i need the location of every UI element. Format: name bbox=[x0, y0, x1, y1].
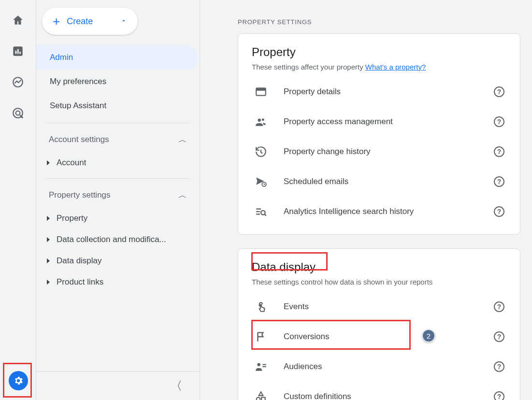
svg-rect-3 bbox=[19, 52, 21, 54]
row-search-history[interactable]: Analytics Intelligence search history ? bbox=[252, 197, 506, 227]
help-icon[interactable]: ? bbox=[494, 206, 504, 217]
property-card: Property These settings affect your prop… bbox=[238, 33, 520, 235]
nav-setup-assistant[interactable]: Setup Assistant bbox=[36, 94, 198, 118]
home-icon[interactable] bbox=[11, 14, 25, 27]
svg-marker-21 bbox=[259, 392, 263, 396]
svg-point-10 bbox=[258, 119, 261, 122]
history-icon bbox=[254, 144, 268, 159]
section-property-label: Property settings bbox=[49, 190, 111, 200]
row-audiences[interactable]: Audiences ? bbox=[252, 352, 506, 382]
arrow-right-icon bbox=[47, 160, 50, 165]
data-display-desc: These settings control how data is shown… bbox=[252, 278, 506, 286]
nav-my-preferences[interactable]: My preferences bbox=[36, 70, 198, 94]
row-events[interactable]: Events ? bbox=[252, 292, 506, 322]
whats-a-property-link[interactable]: What's a property? bbox=[365, 63, 426, 71]
chevron-up-icon: ︿ bbox=[178, 134, 187, 145]
svg-point-11 bbox=[262, 118, 264, 121]
send-clock-icon bbox=[254, 174, 268, 189]
arrow-right-icon bbox=[47, 216, 50, 221]
property-card-desc: These settings affect your property What… bbox=[252, 63, 506, 71]
svg-rect-23 bbox=[261, 398, 265, 400]
annotation-badge-2: 2 bbox=[422, 329, 435, 343]
sub-account-label: Account bbox=[57, 158, 86, 168]
section-account-label: Account settings bbox=[49, 135, 109, 144]
help-icon[interactable]: ? bbox=[494, 146, 504, 157]
row-label: Events bbox=[284, 302, 478, 312]
row-label: Audiences bbox=[284, 362, 478, 371]
property-card-title: Property bbox=[252, 45, 506, 59]
help-icon[interactable]: ? bbox=[494, 331, 504, 342]
arrow-right-icon bbox=[47, 258, 50, 263]
icon-rail bbox=[0, 0, 36, 400]
arrow-right-icon bbox=[47, 280, 50, 285]
flag-icon bbox=[254, 329, 268, 344]
sidebar-footer: 〈 bbox=[36, 371, 200, 400]
property-settings-header: PROPERTY SETTINGS bbox=[238, 0, 520, 33]
caret-down-icon bbox=[120, 16, 127, 27]
search-list-icon bbox=[254, 204, 268, 219]
svg-line-17 bbox=[265, 214, 266, 215]
section-property-settings[interactable]: Property settings ︿ bbox=[36, 181, 200, 208]
touch-icon bbox=[254, 300, 268, 314]
row-property-access[interactable]: Property access management ? bbox=[252, 107, 506, 137]
row-conversions[interactable]: Conversions ? bbox=[252, 322, 506, 352]
sub-data-collection-label: Data collection and modifica... bbox=[57, 235, 166, 244]
help-icon[interactable]: ? bbox=[494, 391, 504, 400]
arrow-right-icon bbox=[47, 237, 50, 242]
row-label: Analytics Intelligence search history bbox=[284, 207, 478, 216]
data-display-card: Data display These settings control how … bbox=[238, 248, 520, 400]
collapse-arrow-icon[interactable]: 〈 bbox=[171, 378, 182, 394]
sub-property[interactable]: Property bbox=[36, 208, 200, 229]
person-list-icon bbox=[254, 359, 268, 374]
main-content: PROPERTY SETTINGS Property These setting… bbox=[200, 0, 532, 400]
row-property-details[interactable]: Property details ? bbox=[252, 77, 506, 107]
sub-data-collection[interactable]: Data collection and modifica... bbox=[36, 229, 200, 250]
row-label: Property change history bbox=[284, 147, 478, 157]
help-icon[interactable]: ? bbox=[494, 116, 504, 127]
svg-point-22 bbox=[257, 398, 260, 400]
shapes-icon bbox=[254, 389, 268, 400]
divider bbox=[46, 123, 190, 123]
nav-admin[interactable]: Admin bbox=[36, 45, 198, 70]
sub-data-display[interactable]: Data display bbox=[36, 250, 200, 271]
card-icon bbox=[254, 85, 268, 99]
reports-icon[interactable] bbox=[11, 44, 25, 58]
svg-rect-2 bbox=[17, 49, 19, 54]
plus-icon: + bbox=[53, 15, 60, 28]
sub-product-links[interactable]: Product links bbox=[36, 271, 200, 293]
row-label: Property access management bbox=[284, 117, 478, 127]
section-account-settings[interactable]: Account settings ︿ bbox=[36, 125, 200, 152]
sub-account[interactable]: Account bbox=[36, 152, 200, 173]
row-label: Conversions bbox=[284, 332, 478, 342]
advertising-icon[interactable] bbox=[11, 106, 25, 120]
sub-data-display-label: Data display bbox=[57, 256, 102, 266]
row-label: Scheduled emails bbox=[284, 177, 478, 186]
svg-point-6 bbox=[16, 111, 20, 115]
create-button[interactable]: + Create bbox=[42, 8, 138, 35]
svg-rect-1 bbox=[15, 51, 17, 54]
row-property-history[interactable]: Property change history ? bbox=[252, 137, 506, 167]
row-custom-definitions[interactable]: Custom definitions ? bbox=[252, 382, 506, 400]
data-display-title: Data display bbox=[252, 260, 506, 274]
help-icon[interactable]: ? bbox=[494, 361, 504, 372]
property-desc-text: These settings affect your property bbox=[252, 63, 365, 71]
sub-product-links-label: Product links bbox=[57, 277, 103, 287]
help-icon[interactable]: ? bbox=[494, 86, 504, 97]
create-label: Create bbox=[67, 16, 93, 27]
row-label: Property details bbox=[284, 87, 478, 97]
svg-rect-9 bbox=[256, 88, 266, 90]
svg-point-16 bbox=[261, 211, 265, 215]
explore-icon[interactable] bbox=[11, 75, 25, 89]
people-icon bbox=[254, 114, 268, 129]
sub-property-label: Property bbox=[57, 214, 87, 223]
divider bbox=[46, 178, 190, 179]
svg-point-18 bbox=[257, 363, 260, 366]
row-scheduled-emails[interactable]: Scheduled emails ? bbox=[252, 167, 506, 197]
sidebar: + Create Admin My preferences Setup Assi… bbox=[36, 0, 200, 400]
help-icon[interactable]: ? bbox=[494, 176, 504, 187]
chevron-up-icon: ︿ bbox=[178, 189, 187, 201]
help-icon[interactable]: ? bbox=[494, 301, 504, 312]
admin-gear-button[interactable] bbox=[9, 371, 28, 390]
row-label: Custom definitions bbox=[284, 392, 478, 400]
admin-gear-wrapper bbox=[9, 371, 28, 390]
